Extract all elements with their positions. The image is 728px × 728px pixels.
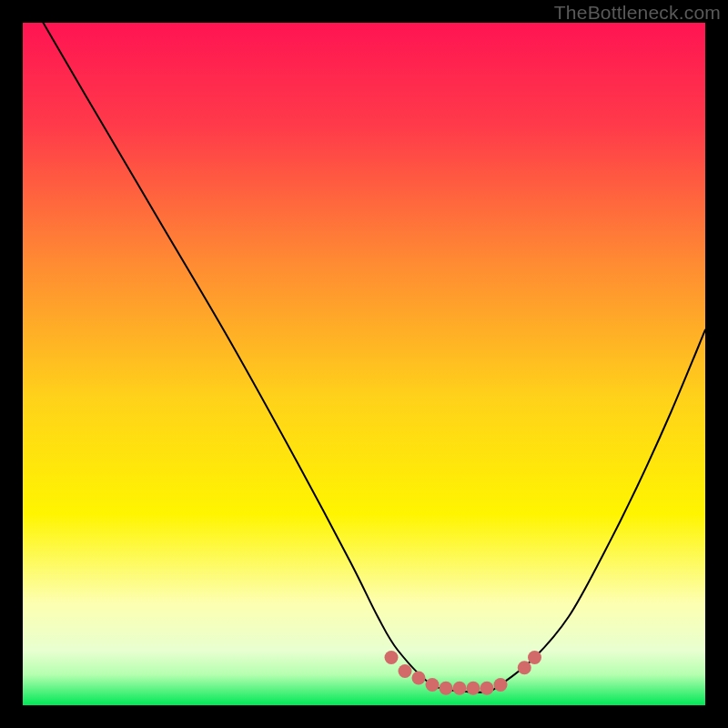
bottleneck-curve <box>44 23 706 693</box>
plot-area <box>23 23 705 705</box>
highlight-dot <box>426 678 440 692</box>
highlight-dot <box>467 682 480 695</box>
highlight-dot <box>412 672 426 685</box>
highlight-dot <box>480 682 494 695</box>
chart-frame: TheBottleneck.com <box>0 0 728 728</box>
curve-layer <box>23 23 705 705</box>
highlight-dot <box>399 664 412 678</box>
highlight-dot <box>528 651 541 664</box>
highlight-dot <box>494 678 508 692</box>
watermark-text: TheBottleneck.com <box>554 2 721 24</box>
highlight-dot <box>440 682 453 695</box>
highlight-dot <box>453 682 467 695</box>
highlight-dot <box>385 651 399 664</box>
highlight-dot <box>518 661 531 674</box>
